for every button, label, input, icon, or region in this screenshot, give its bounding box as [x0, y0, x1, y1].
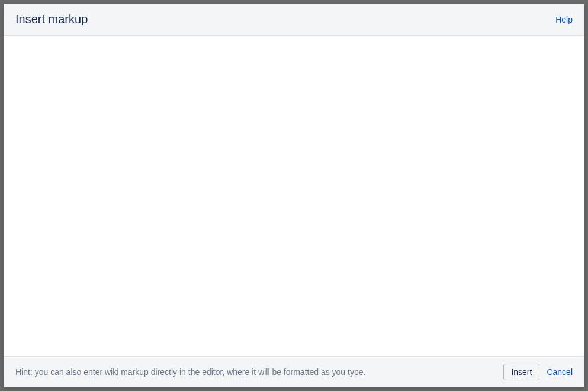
dialog-header: Insert markup Help — [4, 4, 584, 36]
cancel-link[interactable]: Cancel — [547, 367, 573, 377]
dialog-footer: Hint: you can also enter wiki markup dir… — [4, 356, 584, 387]
dialog-body — [4, 36, 584, 356]
dialog-title: Insert markup — [15, 12, 88, 26]
insert-button[interactable]: Insert — [503, 364, 539, 380]
help-link[interactable]: Help — [555, 15, 573, 24]
insert-markup-dialog: Insert markup Help Hint: you can also en… — [4, 4, 584, 387]
markup-textarea[interactable] — [4, 36, 584, 356]
hint-text: Hint: you can also enter wiki markup dir… — [15, 367, 365, 377]
footer-actions: Insert Cancel — [503, 364, 573, 380]
